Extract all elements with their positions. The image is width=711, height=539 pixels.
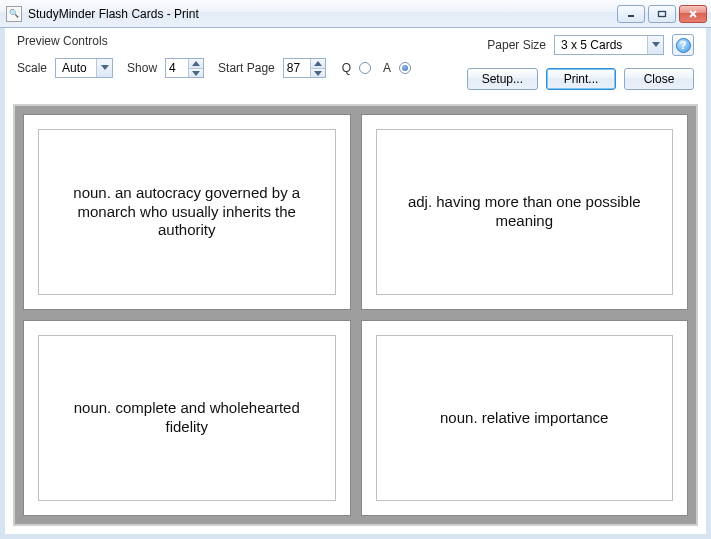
card-text: noun. complete and wholehearted fidelity: [63, 399, 311, 437]
preview-controls-label: Preview Controls: [17, 34, 411, 48]
maximize-button[interactable]: [648, 5, 676, 23]
show-spinner[interactable]: [165, 58, 204, 78]
toolbar-left: Preview Controls Scale Auto Show: [17, 34, 411, 78]
card: noun. an autocracy governed by a monarch…: [23, 114, 351, 310]
card-inner: noun. an autocracy governed by a monarch…: [38, 129, 336, 295]
card: noun. complete and wholehearted fidelity: [23, 320, 351, 516]
toolbar-right: Paper Size 3 x 5 Cards ? Setup... Print.…: [467, 34, 694, 90]
svg-marker-6: [192, 71, 200, 76]
close-window-button[interactable]: [679, 5, 707, 23]
card-text: adj. having more than one possible meani…: [401, 193, 649, 231]
a-radio[interactable]: [399, 62, 411, 74]
toolbar: Preview Controls Scale Auto Show: [5, 28, 706, 100]
q-radio[interactable]: [359, 62, 371, 74]
scale-label: Scale: [17, 61, 47, 75]
minimize-button[interactable]: [617, 5, 645, 23]
show-spin-down[interactable]: [189, 68, 203, 77]
a-label: A: [383, 61, 391, 75]
preview-controls-row: Scale Auto Show Start Page: [17, 58, 411, 78]
app-icon: [6, 6, 22, 22]
close-button[interactable]: Close: [624, 68, 694, 90]
titlebar: StudyMinder Flash Cards - Print: [0, 0, 711, 28]
help-button[interactable]: ?: [672, 34, 694, 56]
maximize-icon: [657, 10, 667, 18]
svg-marker-8: [314, 71, 322, 76]
preview-wrap: noun. an autocracy governed by a monarch…: [5, 100, 706, 534]
card: adj. having more than one possible meani…: [361, 114, 689, 310]
start-page-input[interactable]: [284, 59, 310, 77]
show-input[interactable]: [166, 59, 188, 77]
show-label: Show: [127, 61, 157, 75]
preview-area: noun. an autocracy governed by a monarch…: [13, 104, 698, 526]
card-text: noun. an autocracy governed by a monarch…: [63, 184, 311, 240]
q-label: Q: [342, 61, 351, 75]
cards-grid: noun. an autocracy governed by a monarch…: [23, 114, 688, 516]
card-inner: adj. having more than one possible meani…: [376, 129, 674, 295]
window-buttons: [617, 5, 707, 23]
chevron-down-icon: [96, 59, 112, 77]
card: noun. relative importance: [361, 320, 689, 516]
window-title: StudyMinder Flash Cards - Print: [28, 7, 617, 21]
scale-value: Auto: [56, 61, 93, 75]
paper-size-row: Paper Size 3 x 5 Cards ?: [487, 34, 694, 56]
chevron-down-icon: [647, 36, 663, 54]
card-inner: noun. relative importance: [376, 335, 674, 501]
svg-marker-5: [192, 61, 200, 66]
svg-marker-9: [652, 42, 660, 47]
start-page-spin-up[interactable]: [311, 59, 325, 68]
start-page-label: Start Page: [218, 61, 275, 75]
svg-marker-4: [101, 65, 109, 70]
setup-button[interactable]: Setup...: [467, 68, 538, 90]
client-area: Preview Controls Scale Auto Show: [0, 28, 711, 539]
help-icon: ?: [676, 38, 691, 53]
action-buttons-row: Setup... Print... Close: [467, 68, 694, 90]
paper-size-value: 3 x 5 Cards: [555, 38, 628, 52]
start-page-spin-down[interactable]: [311, 68, 325, 77]
paper-size-combo[interactable]: 3 x 5 Cards: [554, 35, 664, 55]
minimize-icon: [626, 10, 636, 18]
close-icon: [688, 9, 698, 19]
card-text: noun. relative importance: [440, 409, 608, 428]
print-button[interactable]: Print...: [546, 68, 616, 90]
svg-marker-7: [314, 61, 322, 66]
card-inner: noun. complete and wholehearted fidelity: [38, 335, 336, 501]
scale-combo[interactable]: Auto: [55, 58, 113, 78]
svg-rect-1: [659, 11, 666, 16]
paper-size-label: Paper Size: [487, 38, 546, 52]
start-page-spinner[interactable]: [283, 58, 326, 78]
show-spin-up[interactable]: [189, 59, 203, 68]
